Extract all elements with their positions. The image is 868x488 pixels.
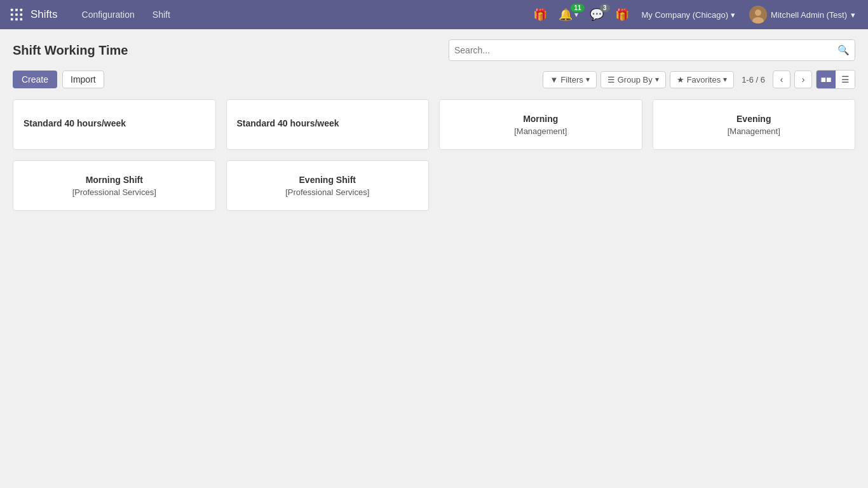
avatar xyxy=(749,6,767,24)
card-item-1[interactable]: Standard 40 hours/week xyxy=(13,99,216,150)
card-item-4[interactable]: Evening[Management] xyxy=(653,99,856,150)
card-title-1: Standard 40 hours/week xyxy=(24,118,126,128)
filter-icon: ▼ xyxy=(550,75,558,85)
card-title-5: Morning Shift xyxy=(86,175,143,185)
app-title: Shifts xyxy=(31,8,58,21)
card-subtitle-5: [Professional Services] xyxy=(24,187,205,197)
cards-grid: Standard 40 hours/weekStandard 40 hours/… xyxy=(13,99,855,211)
company-selector[interactable]: My Company (Chicago) ▾ xyxy=(637,8,741,22)
toolbar: Create Import ▼ Filters ▾ ☰ Group By ▾ ★… xyxy=(13,70,855,89)
svg-rect-4 xyxy=(15,13,18,16)
pagination-info: 1-6 / 6 xyxy=(742,75,765,85)
card-item-3[interactable]: Morning[Management] xyxy=(439,99,642,150)
top-menu: Configuration Shift xyxy=(73,0,179,29)
favorites-label: Favorites xyxy=(687,75,721,85)
card-subtitle-4: [Management] xyxy=(663,126,845,136)
search-bar: 🔍 xyxy=(449,39,855,61)
svg-rect-8 xyxy=(20,18,23,21)
page-title: Shift Working Time xyxy=(13,43,128,58)
svg-rect-1 xyxy=(15,9,18,11)
view-toggle: ■■ ☰ xyxy=(816,70,855,89)
svg-rect-5 xyxy=(20,13,23,16)
message-badge: 3 xyxy=(600,4,610,12)
card-title-2: Standard 40 hours/week xyxy=(237,118,339,128)
svg-rect-3 xyxy=(11,13,13,16)
svg-rect-0 xyxy=(11,9,13,11)
group-by-chevron: ▾ xyxy=(655,75,659,84)
nav-shift[interactable]: Shift xyxy=(144,0,179,29)
group-by-button[interactable]: ☰ Group By ▾ xyxy=(600,71,666,88)
main-content: Shift Working Time 🔍 Create Import ▼ Fil… xyxy=(0,29,868,221)
gift-icon-btn[interactable]: 🎁 xyxy=(529,5,551,24)
nav-configuration[interactable]: Configuration xyxy=(73,0,144,29)
group-by-icon: ☰ xyxy=(607,75,615,85)
card-subtitle-3: [Management] xyxy=(450,126,632,136)
pagination-next[interactable]: › xyxy=(794,71,812,88)
card-item-2[interactable]: Standard 40 hours/week xyxy=(226,99,430,150)
card-subtitle-6: [Professional Services] xyxy=(237,187,419,197)
svg-point-10 xyxy=(755,10,761,16)
import-button[interactable]: Import xyxy=(62,71,104,88)
svg-rect-6 xyxy=(11,18,13,21)
activities-icon-btn[interactable]: 🎁 xyxy=(611,5,633,24)
notification-badge: 11 xyxy=(571,4,584,12)
user-name: Mitchell Admin (Test) xyxy=(771,10,847,20)
kanban-view-btn[interactable]: ■■ xyxy=(817,71,836,88)
toolbar-right: ▼ Filters ▾ ☰ Group By ▾ ★ Favorites ▾ 1… xyxy=(543,70,855,89)
favorites-button[interactable]: ★ Favorites ▾ xyxy=(670,71,734,88)
notifications-btn[interactable]: 🔔 11 ▾ xyxy=(555,5,582,24)
company-chevron: ▾ xyxy=(731,10,735,20)
filters-chevron: ▾ xyxy=(586,75,590,84)
card-item-6[interactable]: Evening Shift[Professional Services] xyxy=(226,160,430,211)
search-icon: 🔍 xyxy=(837,44,850,56)
card-title-3: Morning xyxy=(523,114,558,124)
apps-icon[interactable] xyxy=(8,6,25,24)
list-view-btn[interactable]: ☰ xyxy=(836,71,855,88)
group-by-label: Group By xyxy=(618,75,653,85)
user-chevron: ▾ xyxy=(851,10,855,20)
topnav-actions: 🎁 🔔 11 ▾ 💬 3 🎁 My Company (Chicago) ▾ xyxy=(529,3,860,26)
top-navigation: Shifts Configuration Shift 🎁 🔔 11 ▾ 💬 3 … xyxy=(0,0,868,29)
company-name: My Company (Chicago) xyxy=(642,10,729,20)
card-item-5[interactable]: Morning Shift[Professional Services] xyxy=(13,160,216,211)
search-input[interactable] xyxy=(454,45,837,55)
filters-label: Filters xyxy=(560,75,583,85)
svg-rect-7 xyxy=(15,18,18,21)
messages-btn[interactable]: 💬 3 xyxy=(586,5,607,24)
favorites-chevron: ▾ xyxy=(723,75,727,84)
user-menu[interactable]: Mitchell Admin (Test) ▾ xyxy=(744,3,860,26)
card-title-6: Evening Shift xyxy=(299,175,356,185)
filters-button[interactable]: ▼ Filters ▾ xyxy=(543,71,596,88)
page-header: Shift Working Time 🔍 xyxy=(13,39,855,61)
pagination-prev[interactable]: ‹ xyxy=(773,71,790,88)
create-button[interactable]: Create xyxy=(13,71,57,88)
card-title-4: Evening xyxy=(736,114,771,124)
svg-rect-2 xyxy=(20,9,23,11)
star-icon: ★ xyxy=(677,75,684,85)
